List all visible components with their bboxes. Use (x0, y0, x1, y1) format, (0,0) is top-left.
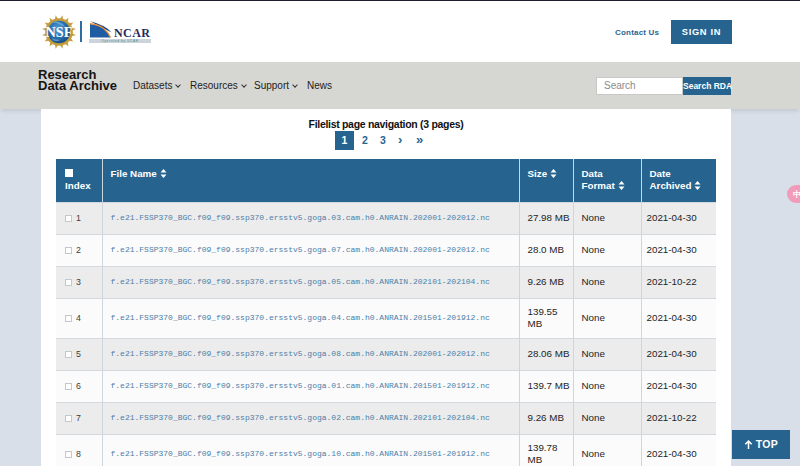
svg-text:NSF: NSF (46, 24, 73, 40)
svg-text:NCAR: NCAR (114, 26, 150, 40)
svg-text:Operated by UCAR: Operated by UCAR (101, 39, 138, 43)
